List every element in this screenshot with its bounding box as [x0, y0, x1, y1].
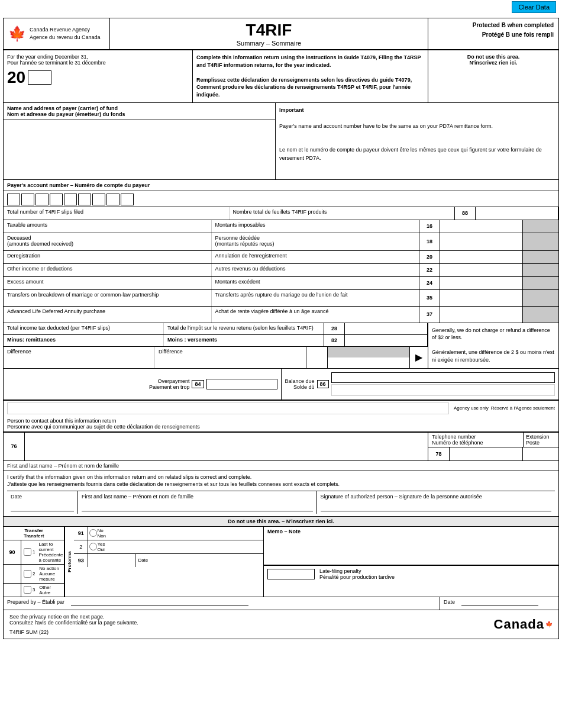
- field-difference[interactable]: [328, 357, 409, 368]
- certify-section: I certify that the information given on …: [4, 471, 558, 517]
- radio-yes-input[interactable]: [89, 543, 97, 550]
- row-24: Excess amount Montants excédent 24: [4, 277, 558, 290]
- transfer-3-checkbox[interactable]: [24, 586, 31, 594]
- certify-sig-input[interactable]: [321, 505, 552, 511]
- certify-name-input[interactable]: [82, 505, 313, 511]
- code-28: 28: [324, 323, 345, 334]
- prepared-date-label: Date: [440, 597, 558, 610]
- input-35[interactable]: [440, 290, 523, 306]
- input-88[interactable]: [476, 207, 558, 220]
- transfer-2-checkbox[interactable]: [24, 570, 31, 578]
- tax-note: Generally, we do not charge or refund a …: [428, 323, 558, 368]
- field-18[interactable]: [440, 233, 522, 250]
- field-24[interactable]: [440, 277, 522, 289]
- account-box-2[interactable]: [21, 194, 34, 205]
- field-28[interactable]: [345, 323, 427, 334]
- input-82[interactable]: [345, 335, 428, 346]
- code-88: 88: [454, 207, 476, 220]
- memo-input[interactable]: [267, 534, 555, 561]
- shaded-35: [523, 290, 558, 306]
- field-20[interactable]: [440, 251, 522, 263]
- tax-row-82: Minus: remittances Moins : versements 82: [4, 335, 428, 347]
- row-35: Transfers on breakdown of marriage or co…: [4, 290, 558, 307]
- account-box-3[interactable]: [35, 194, 49, 205]
- shaded-24: [523, 277, 558, 289]
- do-not-use-top: Do not use this area. N'inscrivez rien i…: [428, 50, 558, 102]
- canada-flag-icon: 🍁: [8, 25, 26, 42]
- prepared-by-label: Prepared by – Établi par: [4, 597, 440, 610]
- shaded-22: [523, 264, 558, 276]
- field-88[interactable]: [476, 207, 558, 220]
- code-82: 82: [324, 335, 345, 346]
- account-box-4[interactable]: [50, 194, 63, 205]
- code-76: 76: [4, 433, 25, 460]
- account-number-boxes: [4, 191, 558, 207]
- field-37[interactable]: [440, 307, 522, 323]
- proforma-label: Proforma: [64, 527, 74, 597]
- agency-names: Canada Revenue Agency Agence du revenu d…: [30, 26, 101, 41]
- transfer-proforma-section: TransferTransfert 90 1 Last to currentPr…: [4, 527, 264, 597]
- field-extension[interactable]: [523, 447, 558, 460]
- transfer-label: TransferTransfert: [4, 527, 64, 540]
- field-22[interactable]: [440, 264, 522, 276]
- transfer-1-checkbox[interactable]: [24, 548, 31, 556]
- account-box-9[interactable]: [121, 194, 134, 205]
- prepared-by-input[interactable]: [71, 599, 248, 605]
- radio-no: NoNon: [88, 527, 263, 540]
- input-22[interactable]: [440, 264, 523, 276]
- certify-date-label: Date: [7, 491, 78, 514]
- field-82[interactable]: [345, 335, 427, 346]
- name-address-input[interactable]: [4, 120, 275, 179]
- row-16: Taxable amounts Montants imposables 16: [4, 220, 558, 233]
- field-93[interactable]: [88, 554, 135, 567]
- code-20: 20: [419, 251, 440, 263]
- instruction-text: Complete this information return using t…: [193, 50, 428, 102]
- account-box-5[interactable]: [64, 194, 77, 205]
- tax-row-28: Total income tax deducted (per T4RIF sli…: [4, 323, 428, 335]
- field-35[interactable]: [440, 290, 522, 306]
- code-91: 91: [74, 527, 88, 540]
- code-2: 2: [74, 540, 88, 553]
- field-76[interactable]: [25, 433, 428, 446]
- row-37: Advanced Life Deferred Annuity purchase …: [4, 307, 558, 323]
- account-box-7[interactable]: [92, 194, 105, 205]
- code-86: 86: [317, 380, 329, 388]
- input-20[interactable]: [440, 251, 523, 263]
- name-address-label: Name and address of payer (carrier) of f…: [4, 103, 275, 120]
- field-84[interactable]: [206, 379, 277, 389]
- row-18: Deceased(amounts deemed received) Person…: [4, 233, 558, 251]
- account-box-6[interactable]: [78, 194, 91, 205]
- input-18[interactable]: [440, 233, 523, 250]
- account-box-1[interactable]: [7, 194, 20, 205]
- late-filing-input[interactable]: [267, 569, 315, 579]
- date-label-93: Date: [135, 554, 150, 567]
- account-number-label: Payer's account number – Numéro de compt…: [4, 180, 558, 191]
- row-88: Total number of T4RIF slips filed Nombre…: [4, 207, 558, 220]
- clear-data-button[interactable]: Clear Data: [512, 1, 556, 13]
- input-37[interactable]: [440, 307, 523, 323]
- input-16[interactable]: [440, 220, 523, 233]
- field-86[interactable]: [331, 372, 555, 383]
- contact-label: Person to contact about this information…: [4, 416, 558, 432]
- field-16[interactable]: [440, 220, 522, 233]
- input-24[interactable]: [440, 277, 523, 289]
- field-78[interactable]: [450, 447, 523, 460]
- input-28[interactable]: [345, 323, 428, 334]
- certify-signature-label: Signature of authorized person – Signatu…: [317, 491, 555, 514]
- certify-date-input[interactable]: [11, 505, 74, 511]
- code-37: 37: [419, 307, 440, 323]
- code-24: 24: [419, 277, 440, 289]
- prepared-date-input[interactable]: [461, 599, 538, 605]
- code-18: 18: [419, 233, 440, 250]
- shaded-18: [523, 233, 558, 250]
- year-input[interactable]: [28, 70, 51, 85]
- arrow-icon: ▶: [410, 347, 428, 368]
- code-93: 93: [74, 554, 88, 567]
- extension-label: Extension Poste: [523, 433, 558, 447]
- shaded-37: [523, 307, 558, 323]
- memo-section: Memo – Note: [264, 527, 558, 565]
- account-box-8[interactable]: [106, 194, 119, 205]
- transfer-2-num: [4, 565, 21, 583]
- tax-section: Total income tax deducted (per T4RIF sli…: [4, 323, 428, 368]
- radio-no-input[interactable]: [89, 529, 97, 537]
